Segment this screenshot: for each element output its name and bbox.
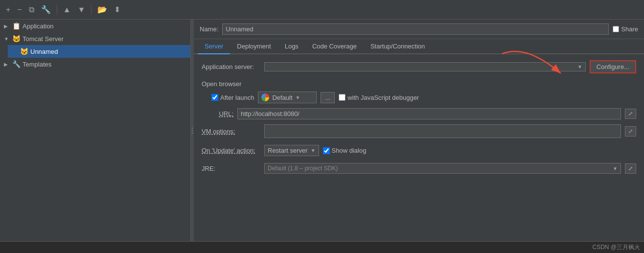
app-server-label: Application server: <box>202 63 260 70</box>
open-browser-label: Open browser <box>202 80 636 88</box>
jre-arrow: ▼ <box>613 166 618 171</box>
share-area: Share <box>613 25 638 33</box>
browser-dropdown[interactable]: Default ▼ <box>258 92 317 103</box>
folder-icon[interactable]: 📂 <box>95 4 109 15</box>
name-label: Name: <box>200 25 218 33</box>
sidebar-item-label-tomcat: Tomcat Server <box>23 35 186 43</box>
on-update-label: On 'Update' action: <box>202 147 260 154</box>
sidebar-item-label-unnamed: Unnamed <box>30 48 186 55</box>
on-update-row: On 'Update' action: Restart server ▼ Sho… <box>202 145 636 156</box>
browser-arrow: ▼ <box>296 95 300 100</box>
up-icon[interactable]: ▲ <box>61 4 73 15</box>
settings-icon[interactable]: 🔧 <box>39 4 53 15</box>
sort-icon[interactable]: ⬍ <box>112 4 122 15</box>
browser-row: After launch Default ▼ ... with JavaScri… <box>211 92 636 103</box>
name-input[interactable] <box>222 23 609 35</box>
js-debugger-label: with JavaScript debugger <box>347 94 419 101</box>
app-server-dropdown[interactable]: ▼ <box>264 62 586 71</box>
expand-arrow-application: ▶ <box>4 23 10 29</box>
expand-arrow-tomcat: ▼ <box>4 36 10 42</box>
jre-dropdown[interactable]: Default (1.8 – project SDK) ▼ <box>264 163 621 174</box>
browser-selected: Default <box>272 94 292 101</box>
application-icon: 📋 <box>12 22 21 30</box>
tab-deployment[interactable]: Deployment <box>230 39 277 54</box>
dot3 <box>192 133 193 134</box>
js-debugger-checkbox[interactable] <box>339 94 345 101</box>
sidebar-item-application[interactable]: ▶ 📋 Application <box>0 20 190 32</box>
after-launch-label: After launch <box>220 94 254 101</box>
dot1 <box>192 128 193 129</box>
jre-row: JRE: Default (1.8 – project SDK) ▼ ⤢ <box>202 163 636 174</box>
jre-label: JRE: <box>202 165 260 172</box>
url-row: URL: ⤢ <box>211 108 636 119</box>
url-expand-button[interactable]: ⤢ <box>625 109 636 119</box>
dot2 <box>192 130 193 131</box>
js-debugger-wrap: with JavaScript debugger <box>339 94 419 101</box>
app-server-row: Application server: ▼ Configure... <box>202 60 636 73</box>
url-label: URL: <box>211 110 233 117</box>
expand-arrow-templates: ▶ <box>4 62 10 67</box>
toolbar: + − ⧉ 🔧 ▲ ▼ 📂 ⬍ <box>0 0 644 20</box>
chrome-icon <box>261 93 269 101</box>
open-browser-section: Open browser After launch Default ▼ ... <box>202 80 636 119</box>
vm-options-row: VM options: ⤢ <box>202 124 636 138</box>
content-wrapper: Name: Share Server Deployment Logs <box>194 20 644 241</box>
tab-logs[interactable]: Logs <box>278 39 305 54</box>
after-launch-checkbox[interactable] <box>211 94 218 101</box>
share-label: Share <box>621 25 638 33</box>
app-server-arrow: ▼ <box>577 64 582 69</box>
tomcat-icon: 🐱 <box>12 34 21 43</box>
sidebar-item-label-templates: Templates <box>23 61 186 68</box>
url-input[interactable] <box>237 108 621 119</box>
update-arrow: ▼ <box>311 148 316 153</box>
separator-1 <box>57 5 57 15</box>
down-icon[interactable]: ▼ <box>76 4 88 15</box>
jre-value: Default (1.8 – project SDK) <box>268 165 338 172</box>
update-action-dropdown[interactable]: Restart server ▼ <box>264 145 319 156</box>
update-selected: Restart server <box>268 147 308 154</box>
jre-expand-button[interactable]: ⤢ <box>625 163 636 174</box>
sidebar-item-templates[interactable]: ▶ 🔧 Templates <box>0 58 190 70</box>
browser-ellipsis-button[interactable]: ... <box>321 92 335 103</box>
minus-icon[interactable]: − <box>15 4 23 15</box>
vm-expand-button[interactable]: ⤢ <box>625 126 636 137</box>
vm-options-input[interactable] <box>264 124 621 138</box>
sidebar-item-unnamed[interactable]: 🐱 Unnamed <box>8 45 190 58</box>
show-dialog-wrap: Show dialog <box>323 147 367 154</box>
sidebar-item-label-application: Application <box>23 23 186 30</box>
main-area: ▶ 📋 Application ▼ 🐱 Tomcat Server 🐱 Unna… <box>0 20 644 241</box>
tabs-row: Server Deployment Logs Code Coverage Sta… <box>194 39 644 54</box>
templates-icon: 🔧 <box>12 60 21 69</box>
name-row: Name: Share <box>194 20 644 39</box>
after-launch-checkbox-wrap: After launch <box>211 94 254 101</box>
form-area: Application server: ▼ Configure... Open … <box>194 54 644 241</box>
vm-options-label: VM options: <box>202 128 260 135</box>
unnamed-icon: 🐱 <box>20 47 28 56</box>
configure-button[interactable]: Configure... <box>590 60 636 73</box>
copy-icon[interactable]: ⧉ <box>27 4 36 15</box>
bottom-bar: CSDN @三月枫火 <box>0 241 644 253</box>
tab-startup-connection[interactable]: Startup/Connection <box>364 39 432 54</box>
show-dialog-label: Show dialog <box>332 147 367 154</box>
tab-server[interactable]: Server <box>198 39 230 54</box>
show-dialog-checkbox[interactable] <box>323 147 330 154</box>
bottom-bar-text: CSDN @三月枫火 <box>592 243 640 252</box>
tab-code-coverage[interactable]: Code Coverage <box>305 39 364 54</box>
sidebar-item-tomcat[interactable]: ▼ 🐱 Tomcat Server <box>0 32 190 45</box>
content-panel: Name: Share Server Deployment Logs <box>194 20 644 241</box>
add-icon[interactable]: + <box>4 4 12 15</box>
separator-2 <box>91 5 92 15</box>
share-checkbox[interactable] <box>613 26 619 32</box>
sidebar: ▶ 📋 Application ▼ 🐱 Tomcat Server 🐱 Unna… <box>0 20 191 241</box>
